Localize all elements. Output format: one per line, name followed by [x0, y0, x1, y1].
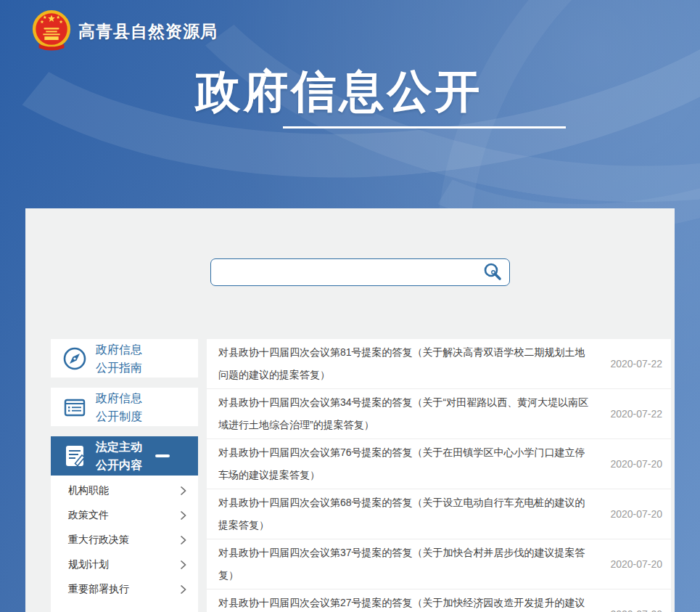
news-list: 对县政协十四届四次会议第81号提案的答复（关于解决高青双语学校二期规划土地问题的… [207, 339, 671, 612]
chevron-right-icon [180, 584, 186, 595]
news-row[interactable]: 对县政协十四届四次会议第68号提案的答复（关于设立电动自行车充电桩的建议的提案答… [207, 489, 671, 539]
chevron-right-icon [180, 560, 186, 570]
news-title-link[interactable]: 对县政协十四届四次会议第37号提案的答复（关于加快合村并居步伐的建议提案答复） [218, 542, 610, 587]
news-title-link[interactable]: 对县政协十四届四次会议第34号提案的答复（关于“对田翟路以西、黄河大堤以南区域进… [218, 391, 610, 436]
news-date: 2020-07-20 [610, 458, 662, 470]
page: 高青县自然资源局 政府信息公开 [0, 0, 700, 612]
submenu-item-policy-documents[interactable]: 政策文件 [51, 503, 198, 528]
chevron-right-icon [180, 510, 186, 521]
submenu-item-plans[interactable]: 规划计划 [51, 552, 198, 577]
compass-icon [61, 345, 88, 372]
news-row[interactable]: 对县政协十四届四次会议第27号提案的答复（关于加快经济园改造开发提升的建议提案答… [207, 589, 671, 612]
news-row[interactable]: 对县政协十四届四次会议第81号提案的答复（关于解决高青双语学校二期规划土地问题的… [207, 339, 671, 389]
submenu-label: 机构职能 [68, 484, 109, 497]
content-panel: 政府信息 公开指南 [25, 208, 675, 612]
sidebar-item-label: 政府信息 公开制度 [96, 389, 142, 425]
chevron-right-icon [180, 486, 186, 496]
brand: 高青县自然资源局 [30, 9, 218, 54]
sidebar-item-guide[interactable]: 政府信息 公开指南 [51, 339, 198, 378]
news-row[interactable]: 对县政协十四届四次会议第34号提案的答复（关于“对田翟路以西、黄河大堤以南区域进… [207, 389, 671, 439]
document-icon [61, 393, 88, 421]
news-title-link[interactable]: 对县政协十四届四次会议第76号提案的答复（关于在田镇学区中心小学门口建立停车场的… [218, 441, 610, 486]
sidebar: 政府信息 公开指南 [51, 339, 198, 612]
submenu-label: 政策文件 [68, 509, 109, 522]
site-name: 高青县自然资源局 [78, 20, 218, 43]
sidebar-item-label: 法定主动 公开内容 [96, 438, 142, 474]
sidebar-submenu: 机构职能 政策文件 重大行政决策 规划计划 [51, 476, 198, 612]
news-date: 2020-07-22 [610, 358, 662, 370]
submenu-label: 重要部署执行 [68, 583, 129, 596]
sidebar-item-label: 政府信息 公开指南 [96, 340, 142, 377]
label-line1: 政府信息 [96, 343, 142, 356]
collapse-minus-icon[interactable] [155, 454, 170, 457]
news-date: 2020-07-22 [610, 408, 662, 420]
news-date: 2020-07-20 [610, 558, 662, 570]
news-date: 2020-07-20 [610, 608, 662, 612]
search-button[interactable] [476, 259, 509, 285]
sidebar-item-statutory-disclosure[interactable]: 法定主动 公开内容 [51, 436, 198, 476]
news-title-link[interactable]: 对县政协十四届四次会议第27号提案的答复（关于加快经济园改造开发提升的建议提案答… [218, 592, 610, 612]
news-title-link[interactable]: 对县政协十四届四次会议第81号提案的答复（关于解决高青双语学校二期规划土地问题的… [218, 341, 610, 386]
news-row[interactable]: 对县政协十四届四次会议第37号提案的答复（关于加快合村并居步伐的建议提案答复） … [207, 539, 671, 589]
label-line2: 公开内容 [96, 459, 142, 471]
news-title-link[interactable]: 对县政协十四届四次会议第68号提案的答复（关于设立电动自行车充电桩的建议的提案答… [218, 491, 610, 536]
news-row[interactable]: 对县政协十四届四次会议第76号提案的答复（关于在田镇学区中心小学门口建立停车场的… [207, 439, 671, 489]
search-icon [482, 261, 503, 283]
label-line2: 公开指南 [96, 362, 142, 374]
main-area: 政府信息 公开指南 [51, 339, 671, 612]
submenu-item-organization[interactable]: 机构职能 [51, 478, 198, 503]
page-header: 高青县自然资源局 政府信息公开 [0, 0, 700, 208]
submenu-item-major-decisions[interactable]: 重大行政决策 [51, 528, 198, 552]
sidebar-item-rules[interactable]: 政府信息 公开制度 [51, 388, 198, 426]
national-emblem-icon [30, 9, 73, 54]
search-input[interactable] [211, 259, 476, 285]
submenu-label: 规划计划 [68, 558, 109, 571]
label-line2: 公开制度 [96, 410, 142, 423]
submenu-item-deployment[interactable]: 重要部署执行 [51, 577, 198, 602]
clipboard-pen-icon [61, 442, 88, 470]
search-box [210, 258, 510, 286]
title-underline [283, 126, 566, 128]
page-title: 政府信息公开 [0, 61, 678, 122]
chevron-right-icon [180, 535, 186, 545]
submenu-label: 重大行政决策 [68, 534, 129, 547]
label-line1: 法定主动 [96, 441, 142, 453]
news-date: 2020-07-20 [610, 508, 662, 520]
label-line1: 政府信息 [96, 392, 142, 404]
